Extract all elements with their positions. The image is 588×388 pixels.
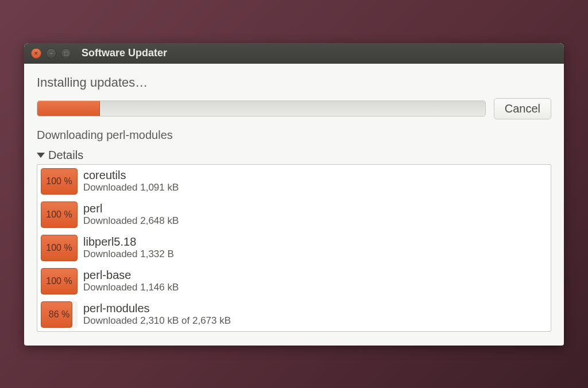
package-subtext: Downloaded 1,146 kB	[83, 282, 179, 293]
package-info: coreutilsDownloaded 1,091 kB	[83, 169, 179, 193]
progress-row: Cancel	[37, 98, 551, 119]
package-row: 100 %libperl5.18Downloaded 1,332 B	[37, 231, 551, 265]
package-row: 100 %perlDownloaded 2,648 kB	[37, 198, 551, 231]
package-row: 86 %perl-modulesDownloaded 2,310 kB of 2…	[37, 298, 551, 331]
package-info: perlDownloaded 2,648 kB	[83, 202, 179, 227]
package-subtext: Downloaded 2,648 kB	[83, 215, 179, 227]
details-list: 100 %coreutilsDownloaded 1,091 kB100 %pe…	[37, 164, 551, 332]
package-percent-label: 100 %	[46, 176, 72, 187]
package-info: perl-baseDownloaded 1,146 kB	[83, 269, 179, 293]
overall-progress-bar	[37, 100, 486, 117]
package-progress-badge: 86 %	[41, 301, 78, 328]
package-percent-label: 100 %	[46, 243, 72, 253]
package-progress-badge: 100 %	[41, 235, 78, 261]
cancel-button[interactable]: Cancel	[494, 98, 551, 119]
package-percent-label: 100 %	[46, 276, 72, 286]
overall-progress-fill	[37, 101, 100, 116]
details-label: Details	[48, 149, 83, 162]
close-icon[interactable]: ✕	[31, 48, 41, 59]
status-text: Downloading perl-modules	[37, 129, 551, 142]
package-percent-label: 100 %	[46, 209, 72, 220]
package-subtext: Downloaded 1,332 B	[83, 249, 174, 260]
app-window: ✕ – ▢ Software Updater Installing update…	[24, 43, 564, 346]
window-title: Software Updater	[82, 47, 167, 59]
chevron-down-icon	[37, 153, 45, 158]
minimize-icon[interactable]: –	[46, 48, 56, 59]
package-progress-badge: 100 %	[41, 168, 78, 195]
package-info: libperl5.18Downloaded 1,332 B	[83, 235, 174, 260]
maximize-icon[interactable]: ▢	[61, 48, 71, 59]
package-progress-badge: 100 %	[41, 201, 78, 228]
package-row: 100 %perl-baseDownloaded 1,146 kB	[37, 265, 551, 298]
package-row: 100 %coreutilsDownloaded 1,091 kB	[37, 165, 551, 198]
package-name: perl-base	[83, 269, 179, 282]
package-name: libperl5.18	[83, 235, 174, 249]
package-info: perl-modulesDownloaded 2,310 kB of 2,673…	[83, 302, 231, 327]
package-subtext: Downloaded 2,310 kB of 2,673 kB	[83, 315, 231, 327]
package-percent-label: 86 %	[49, 309, 69, 320]
package-name: perl	[83, 202, 179, 215]
window-content: Installing updates… Cancel Downloading p…	[24, 64, 564, 346]
package-name: perl-modules	[83, 302, 231, 315]
window-controls: ✕ – ▢	[31, 48, 71, 59]
titlebar[interactable]: ✕ – ▢ Software Updater	[24, 43, 564, 64]
details-toggle[interactable]: Details	[37, 149, 551, 162]
package-progress-badge: 100 %	[41, 268, 78, 294]
page-heading: Installing updates…	[37, 75, 551, 90]
package-subtext: Downloaded 1,091 kB	[83, 182, 179, 193]
package-name: coreutils	[83, 169, 179, 182]
